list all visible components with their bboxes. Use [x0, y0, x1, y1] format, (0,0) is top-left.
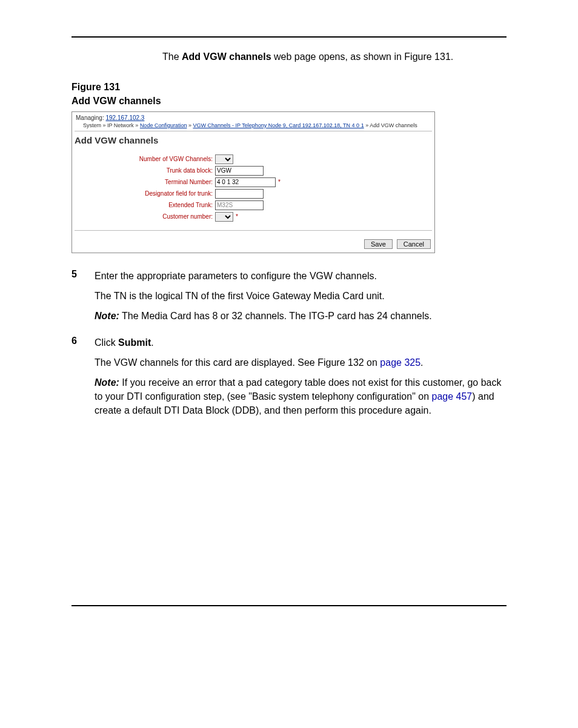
input-extended[interactable]: [215, 200, 264, 210]
crumb-tail: » Add VGW channels: [364, 122, 417, 128]
step6-p1-post: .: [151, 337, 153, 348]
bottom-divider: [71, 605, 507, 606]
crumb-vgw-channels[interactable]: VGW Channels - IP Telephony Node 9, Card…: [193, 122, 364, 128]
intro-pre: The: [162, 51, 182, 62]
step-5: 5 Enter the appropriate parameters to co…: [71, 269, 507, 329]
star-customer: *: [236, 213, 238, 220]
input-designator[interactable]: [215, 189, 264, 199]
form-title: Add VGW channels: [72, 131, 434, 153]
input-trunk-block[interactable]: [215, 166, 264, 176]
step6-note: Note: If you receive an error that a pad…: [95, 376, 507, 418]
cancel-button[interactable]: Cancel: [397, 239, 431, 249]
row-terminal: Terminal Number: *: [72, 177, 434, 187]
input-terminal[interactable]: [215, 177, 276, 187]
label-customer: Customer number:: [72, 213, 215, 220]
step5-note-label: Note:: [95, 311, 119, 321]
crumb-sep1: »: [187, 122, 193, 128]
intro-paragraph: The Add VGW channels web page opens, as …: [162, 50, 507, 64]
step5-p1: Enter the appropriate parameters to conf…: [95, 269, 507, 283]
managing-line: Managing: 192.167.102.3: [72, 112, 434, 122]
step6-p2-link[interactable]: page 325: [380, 357, 420, 368]
label-designator: Designator field for trunk:: [72, 190, 215, 197]
label-num-vgw: Number of VGW Channels:: [72, 156, 215, 162]
figure-number: Figure 131: [71, 81, 507, 94]
step5-note-text: The Media Card has 8 or 32 channels. The…: [119, 311, 432, 321]
label-trunk-block: Trunk data block:: [72, 167, 215, 174]
step-6: 6 Click Submit. The VGW channels for thi…: [71, 336, 507, 424]
managing-ip-link[interactable]: 192.167.102.3: [105, 114, 144, 121]
step6-note-link[interactable]: page 457: [432, 391, 473, 402]
save-button[interactable]: Save: [364, 239, 393, 249]
step5-note: Note: The Media Card has 8 or 32 channel…: [95, 309, 507, 323]
step5-p2: The TN is the logical TN of the first Vo…: [95, 289, 507, 303]
select-num-vgw[interactable]: [215, 154, 233, 164]
step6-p2: The VGW channels for this card are displ…: [95, 356, 507, 369]
step6-note-label: Note:: [95, 377, 119, 388]
intro-post: web page opens, as shown in Figure 131.: [271, 51, 454, 62]
star-terminal: *: [278, 179, 281, 185]
row-extended: Extended Trunk:: [72, 200, 434, 210]
breadcrumb: System » IP Network » Node Configuration…: [72, 122, 434, 131]
figure-title: Add VGW channels: [71, 94, 507, 108]
row-designator: Designator field for trunk:: [72, 189, 434, 199]
figure-caption: Figure 131 Add VGW channels: [71, 81, 507, 108]
step6-p1-bold: Submit: [118, 337, 151, 348]
select-customer[interactable]: [215, 212, 233, 222]
crumb-pre: System » IP Network »: [83, 122, 140, 128]
step6-p1: Click Submit.: [95, 336, 507, 349]
crumb-node-config[interactable]: Node Configuration: [140, 122, 187, 128]
step5-number: 5: [71, 269, 90, 329]
label-extended: Extended Trunk:: [72, 202, 215, 208]
row-num-vgw: Number of VGW Channels:: [72, 154, 434, 164]
label-terminal: Terminal Number:: [72, 179, 215, 185]
row-customer: Customer number: *: [72, 212, 434, 222]
step6-p2-post: .: [420, 357, 423, 368]
screenshot-panel: Managing: 192.167.102.3 System » IP Netw…: [71, 111, 435, 253]
step6-p2-pre: The VGW channels for this card are displ…: [95, 357, 380, 368]
button-row: Save Cancel: [72, 231, 434, 253]
row-trunk-block: Trunk data block:: [72, 166, 434, 176]
intro-bold: Add VGW channels: [182, 51, 271, 62]
step6-number: 6: [71, 336, 90, 424]
managing-label: Managing:: [76, 114, 105, 121]
step6-p1-pre: Click: [95, 337, 118, 348]
